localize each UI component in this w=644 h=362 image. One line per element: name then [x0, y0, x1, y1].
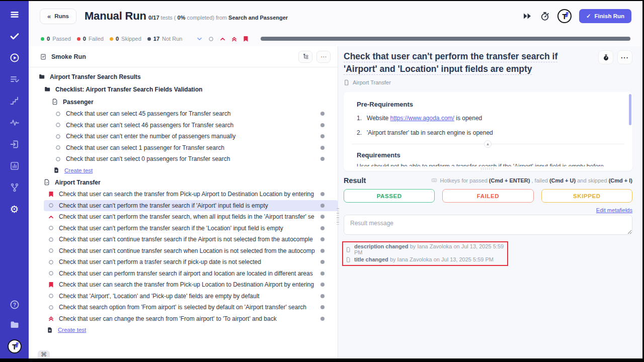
panel-resize-handle[interactable]: [337, 208, 339, 225]
doc-icon: [52, 99, 59, 105]
test-row[interactable]: Check that user can't perform the transf…: [29, 211, 338, 223]
test-row[interactable]: Check that user can't perform the transf…: [44, 200, 338, 212]
verdict-buttons: PASSEDFAILEDSKIPPED: [344, 189, 632, 203]
test-row[interactable]: Check that 'Airport', 'Location' and 'Pi…: [29, 291, 338, 302]
help-icon[interactable]: ?: [9, 299, 20, 310]
menu-icon[interactable]: [9, 9, 20, 20]
test-label: Check that user can't perform a trasfer …: [59, 258, 315, 265]
test-row[interactable]: Check that user can search the transfer …: [29, 279, 338, 291]
prereq-link[interactable]: https://www.agoda.com/: [390, 115, 454, 122]
prereq-heading: Pre-Requirements: [357, 101, 619, 108]
create-test-link[interactable]: Create test: [29, 165, 338, 176]
counter-passed: 0Passed: [41, 36, 71, 42]
test-label: Check that user can't enter the number o…: [66, 133, 315, 140]
divider-knob[interactable]: ▲: [484, 140, 492, 148]
test-row[interactable]: Check that user can't perform the transf…: [29, 223, 338, 234]
circle-icon: [55, 133, 62, 140]
test-row[interactable]: Check that user can search the transfer …: [29, 189, 338, 200]
sidebar: ⚙ ?T: [0, 1, 29, 358]
test-row[interactable]: Check that user can select 45 passengers…: [29, 108, 338, 120]
circle-icon: [48, 270, 55, 277]
more-actions-button[interactable]: ···: [617, 50, 632, 64]
fast-forward-icon[interactable]: [522, 11, 532, 21]
check-icon[interactable]: [9, 31, 20, 42]
flag-icon[interactable]: [242, 35, 249, 42]
edit-metafields-link[interactable]: Edit metafields: [596, 207, 632, 213]
test-row[interactable]: Check that user can't perform a trasfer …: [29, 256, 338, 268]
test-row[interactable]: Check that user can perform transfer sea…: [29, 268, 338, 280]
topbar-right: T ✓ Finish Run: [522, 9, 631, 23]
card-resize-grip[interactable]: [481, 167, 495, 170]
command-key-badge[interactable]: ⌘: [38, 350, 50, 358]
timer-button[interactable]: [598, 50, 613, 64]
page-title: Manual Run: [85, 10, 146, 22]
passed-button[interactable]: PASSED: [344, 189, 435, 203]
skipped-button[interactable]: SKIPPED: [541, 189, 632, 203]
not-run-status-dot: [320, 283, 325, 287]
not-run-status-dot: [320, 305, 325, 309]
result-message-input[interactable]: [344, 215, 632, 235]
folder-icon: [44, 86, 52, 93]
not-run-status-dot: [320, 260, 325, 264]
doc-plus-icon: [53, 167, 61, 173]
sidebar-avatar[interactable]: T: [8, 339, 22, 353]
keyboard-icon: [431, 177, 438, 184]
not-run-status-dot: [320, 157, 325, 161]
test-row[interactable]: Check that search option from 'From airp…: [29, 302, 338, 313]
test-title[interactable]: Check that user can't perform the transf…: [344, 50, 593, 75]
folder-row[interactable]: Checklist: Airport Transfer Search Field…: [29, 83, 338, 96]
check-icon: ✓: [586, 13, 591, 20]
test-row[interactable]: Check that user can change the search fr…: [29, 313, 338, 325]
card-scrollbar[interactable]: [629, 94, 631, 125]
node-label: Airport Transfer: [55, 179, 325, 186]
document-icon: [344, 79, 350, 85]
test-label: Check that 'Airport', 'Location' and 'Pi…: [59, 293, 315, 300]
import-icon[interactable]: [9, 139, 20, 150]
flag-icon: [48, 282, 55, 288]
pulse-icon[interactable]: [9, 117, 20, 128]
test-row[interactable]: Check that user can't select 46 passenge…: [29, 120, 338, 131]
fork-icon[interactable]: [9, 182, 20, 193]
circle-icon: [55, 144, 62, 151]
finish-run-button[interactable]: ✓ Finish Run: [579, 9, 631, 23]
play-circle-icon[interactable]: [9, 52, 20, 63]
folder-icon: [39, 73, 46, 80]
tree-view-button[interactable]: [298, 51, 312, 63]
avatar[interactable]: T: [557, 9, 572, 23]
chart-icon[interactable]: [9, 160, 20, 171]
chevron-down-icon[interactable]: [196, 35, 203, 42]
circle-icon: [48, 247, 55, 254]
stopwatch-icon[interactable]: [540, 11, 550, 21]
test-row[interactable]: Check that user can't continue transfer …: [29, 234, 338, 245]
test-row[interactable]: Check that user can't enter the number o…: [29, 131, 338, 142]
double-caret-up-icon[interactable]: [230, 35, 237, 42]
caret-up-icon[interactable]: [219, 35, 226, 42]
test-label: Check that user can't select 46 passenge…: [66, 122, 315, 129]
node-label: Create test: [64, 167, 325, 173]
test-row[interactable]: Check that user can select 1 passenger f…: [29, 142, 338, 154]
tree-more-button[interactable]: ⋯: [316, 51, 331, 63]
circle-icon[interactable]: [207, 35, 214, 42]
changelog-entry: title changed by Iana Zavoloka on Jul 13…: [346, 254, 510, 264]
requirements-card: Pre-Requirements 1.Website https://www.a…: [344, 92, 632, 171]
test-row[interactable]: Check that user can't continue transfer …: [29, 245, 338, 257]
circle-icon: [48, 236, 55, 243]
doc-row[interactable]: Passenger: [29, 96, 338, 108]
create-test-link[interactable]: Create test: [29, 324, 338, 336]
gear-icon[interactable]: ⚙: [9, 204, 20, 215]
list-check-icon[interactable]: [9, 74, 20, 85]
runs-back-button[interactable]: « Runs: [40, 9, 76, 24]
double-caret-up-icon: [48, 315, 55, 322]
test-row[interactable]: Check that user can't select 0 passenger…: [29, 153, 338, 165]
folder-light-icon[interactable]: [9, 319, 20, 330]
progress-bar: [261, 37, 630, 41]
node-label: Checklist: Airport Transfer Search Field…: [55, 86, 325, 93]
doc-icon: [44, 179, 51, 186]
failed-button[interactable]: FAILED: [442, 189, 533, 203]
test-label: Check that user can't select 0 passenger…: [66, 155, 315, 162]
steps-icon[interactable]: [9, 96, 20, 107]
doc-row[interactable]: Airport Transfer: [29, 176, 338, 189]
test-label: Check that user can't perform the transf…: [59, 202, 315, 209]
app-window: ⚙ ?T « Runs Manual Run 0/17 tests ( 0% c…: [0, 1, 642, 358]
folder-row[interactable]: Airport Transfer Search Results: [29, 70, 338, 83]
